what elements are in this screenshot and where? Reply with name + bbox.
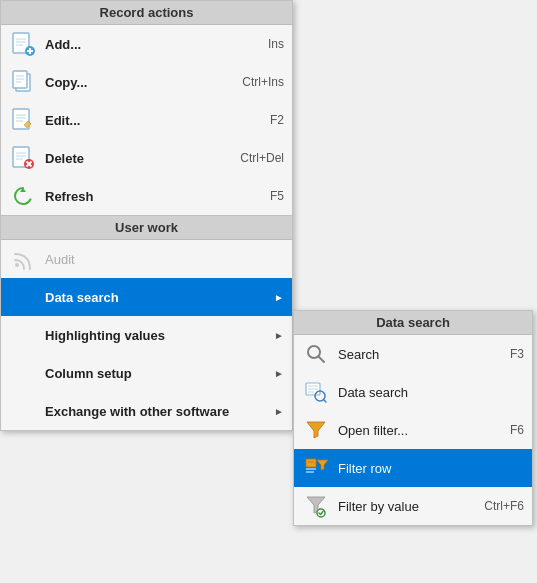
- svg-line-32: [324, 400, 327, 403]
- submenu-item-filter-by-value[interactable]: Filter by value Ctrl+F6: [294, 487, 532, 525]
- open-filter-label: Open filter...: [338, 423, 490, 438]
- highlighting-icon: [9, 321, 37, 349]
- record-actions-header: Record actions: [1, 1, 292, 25]
- edit-shortcut: F2: [270, 113, 284, 127]
- data-search2-icon: [302, 378, 330, 406]
- filter-by-value-label: Filter by value: [338, 499, 464, 514]
- main-menu-panel: Record actions Add... Ins: [0, 0, 293, 431]
- filter-icon: [302, 416, 330, 444]
- delete-icon: [9, 144, 37, 172]
- delete-shortcut: Ctrl+Del: [240, 151, 284, 165]
- add-label: Add...: [45, 37, 248, 52]
- rss-icon: [9, 245, 37, 273]
- highlighting-arrow: ►: [274, 330, 284, 341]
- filter-value-icon: [302, 492, 330, 520]
- add-icon: [9, 30, 37, 58]
- copy-icon: [9, 68, 37, 96]
- delete-label: Delete: [45, 151, 220, 166]
- exchange-label: Exchange with other software: [45, 404, 266, 419]
- filter-row-icon: [302, 454, 330, 482]
- filter-by-value-shortcut: Ctrl+F6: [484, 499, 524, 513]
- svg-rect-33: [306, 459, 316, 467]
- data-search-icon: [9, 283, 37, 311]
- submenu-item-open-filter[interactable]: Open filter... F6: [294, 411, 532, 449]
- column-setup-arrow: ►: [274, 368, 284, 379]
- submenu-item-search[interactable]: Search F3: [294, 335, 532, 373]
- menu-item-edit[interactable]: Edit... F2: [1, 101, 292, 139]
- menu-item-exchange[interactable]: Exchange with other software ►: [1, 392, 292, 430]
- refresh-icon: [9, 182, 37, 210]
- search-shortcut: F3: [510, 347, 524, 361]
- menu-item-add[interactable]: Add... Ins: [1, 25, 292, 63]
- menu-item-audit[interactable]: Audit: [1, 240, 292, 278]
- edit-icon: [9, 106, 37, 134]
- menu-item-highlighting[interactable]: Highlighting values ►: [1, 316, 292, 354]
- submenu-header: Data search: [294, 311, 532, 335]
- data-search2-label: Data search: [338, 385, 504, 400]
- user-work-header: User work: [1, 216, 292, 240]
- copy-label: Copy...: [45, 75, 222, 90]
- exchange-icon: [9, 397, 37, 425]
- submenu-item-data-search[interactable]: Data search: [294, 373, 532, 411]
- menu-item-copy[interactable]: Copy... Ctrl+Ins: [1, 63, 292, 101]
- data-search-label: Data search: [45, 290, 266, 305]
- edit-label: Edit...: [45, 113, 250, 128]
- column-setup-label: Column setup: [45, 366, 266, 381]
- menu-item-column-setup[interactable]: Column setup ►: [1, 354, 292, 392]
- copy-shortcut: Ctrl+Ins: [242, 75, 284, 89]
- column-setup-icon: [9, 359, 37, 387]
- svg-point-24: [15, 263, 19, 267]
- add-shortcut: Ins: [268, 37, 284, 51]
- search-label: Search: [338, 347, 490, 362]
- audit-label: Audit: [45, 252, 284, 267]
- data-search-arrow: ►: [274, 292, 284, 303]
- menu-item-delete[interactable]: Delete Ctrl+Del: [1, 139, 292, 177]
- svg-line-26: [319, 357, 325, 363]
- submenu-data-search: Data search Search F3: [293, 310, 533, 526]
- context-menu: Record actions Add... Ins: [0, 0, 293, 431]
- submenu-item-filter-row[interactable]: Filter row: [294, 449, 532, 487]
- exchange-arrow: ►: [274, 406, 284, 417]
- menu-item-refresh[interactable]: Refresh F5: [1, 177, 292, 215]
- highlighting-label: Highlighting values: [45, 328, 266, 343]
- open-filter-shortcut: F6: [510, 423, 524, 437]
- refresh-shortcut: F5: [270, 189, 284, 203]
- refresh-label: Refresh: [45, 189, 250, 204]
- search-icon: [302, 340, 330, 368]
- filter-row-label: Filter row: [338, 461, 504, 476]
- menu-item-data-search[interactable]: Data search ►: [1, 278, 292, 316]
